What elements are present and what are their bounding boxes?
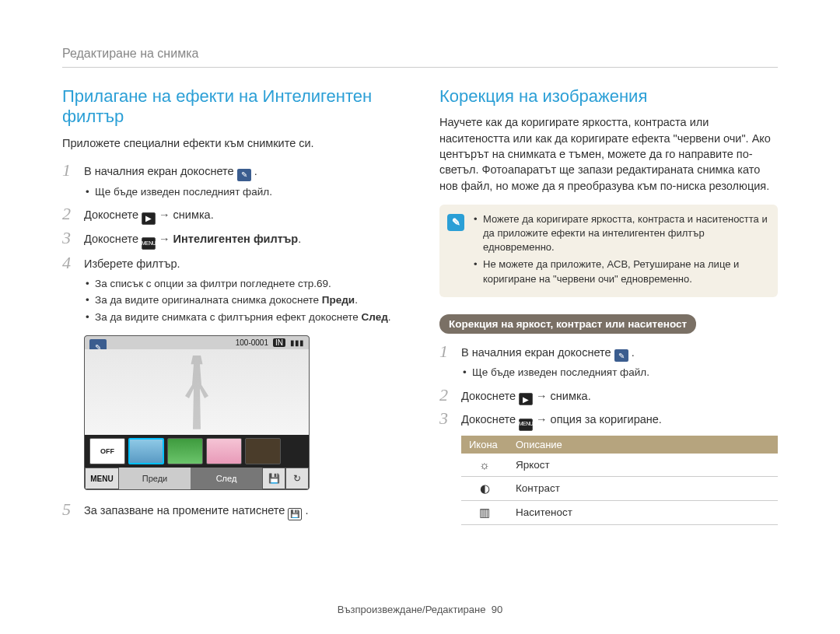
- right-intro: Научете как да коригирате яркостта, конт…: [439, 114, 778, 193]
- step-text: В началния екран докоснете: [84, 165, 237, 177]
- step-text: → снимка.: [159, 208, 214, 221]
- step-text: Изберете филтър.: [84, 257, 180, 270]
- menu-icon: MENU: [519, 419, 533, 431]
- filter-thumb[interactable]: [206, 438, 242, 464]
- filter-thumb[interactable]: [167, 438, 203, 464]
- step-text: Докоснете: [461, 390, 519, 402]
- subsection-pill: Корекция на яркост, контраст или наситен…: [439, 314, 696, 334]
- step-bold: Интелигентен филтър: [173, 233, 299, 245]
- left-step-5: 5 За запазване на промените натиснете 💾 …: [62, 501, 401, 520]
- step-bullet-text: За да видите снимката с филтърния ефект …: [95, 311, 362, 323]
- after-button[interactable]: След: [191, 468, 262, 489]
- contrast-icon: ◐: [461, 476, 508, 500]
- save-button[interactable]: 💾: [262, 468, 285, 489]
- page-number: 90: [492, 604, 502, 615]
- left-intro: Приложете специални ефекти към снимките …: [62, 135, 401, 151]
- left-column: Прилагане на ефекти на Интелигентен филт…: [62, 86, 401, 525]
- top-divider: [62, 67, 778, 68]
- play-icon: ▶: [142, 212, 156, 225]
- th-icon: Икона: [461, 436, 508, 454]
- brightness-icon: ☼: [461, 454, 508, 477]
- step-bullet: Ще бъде изведен последният файл.: [84, 184, 401, 200]
- step-number: 5: [62, 501, 76, 518]
- saturation-icon: ▥: [461, 500, 508, 524]
- camera-bottom-bar: MENU Преди След 💾 ↻: [85, 468, 309, 489]
- info-icon: ✎: [447, 214, 464, 231]
- step-text: Докоснете: [84, 233, 142, 245]
- options-table: Икона Описание ☼ Яркост ◐ Контраст ▥ Нас…: [461, 436, 778, 525]
- arrow-icon: →: [159, 233, 173, 245]
- left-title: Прилагане на ефекти на Интелигентен филт…: [62, 86, 401, 128]
- step-number: 2: [439, 387, 453, 404]
- left-step-4: 4 Изберете филтър. За списък с опции за …: [62, 254, 401, 326]
- step-text: Докоснете: [461, 413, 519, 426]
- step-text: Докоснете: [84, 208, 142, 221]
- right-step-1: 1 В началния екран докоснете ✎ . Ще бъде…: [439, 343, 778, 382]
- right-step-2: 2 Докоснете ▶ → снимка.: [439, 387, 778, 406]
- step-text: → опция за коригиране.: [536, 413, 662, 426]
- breadcrumb: Редактиране на снимка: [62, 47, 778, 61]
- step-text: В началния екран докоснете: [461, 346, 614, 359]
- table-row: ☼ Яркост: [461, 454, 778, 477]
- filter-thumb[interactable]: [245, 438, 281, 464]
- before-button[interactable]: Преди: [119, 468, 191, 489]
- step-bullet: За списък с опции за филтри погледнете с…: [84, 276, 401, 292]
- camera-status-bar: ✎ 100-0001 IN ▮▮▮: [85, 336, 309, 349]
- step-bullet-text: За да видите оригиналната снимка докосне…: [95, 294, 322, 306]
- edit-icon: ✎: [237, 169, 251, 181]
- filter-off-thumb[interactable]: OFF: [89, 438, 125, 464]
- step-number: 3: [439, 410, 453, 427]
- camera-preview: [85, 349, 309, 435]
- play-icon: ▶: [519, 393, 533, 405]
- rotate-button[interactable]: ↻: [285, 468, 309, 489]
- in-badge: IN: [273, 338, 285, 347]
- step-number: 2: [62, 205, 76, 222]
- silhouette-icon: [177, 356, 216, 429]
- filter-thumbnails: OFF: [85, 435, 309, 468]
- footer-label: Възпроизвеждане/Редактиране: [338, 604, 486, 615]
- right-step-3: 3 Докоснете MENU → опция за коригиране.: [439, 410, 778, 430]
- note-item: Не можете да приложите, ACB, Ретуширане …: [474, 257, 768, 285]
- step-bullet-bold: Преди: [322, 294, 355, 306]
- right-title: Корекция на изображения: [439, 86, 778, 107]
- left-step-3: 3 Докоснете MENU → Интелигентен филтър.: [62, 229, 401, 250]
- table-row: ◐ Контраст: [461, 476, 778, 500]
- camera-screenshot: ✎ 100-0001 IN ▮▮▮ OFF MENU Преди След: [84, 335, 310, 490]
- step-bullet: За да видите оригиналната снимка докосне…: [84, 292, 401, 308]
- step-text: → снимка.: [536, 390, 591, 402]
- step-text: За запазване на промените натиснете: [84, 504, 288, 517]
- file-counter: 100-0001: [236, 338, 268, 347]
- step-number: 1: [62, 162, 76, 179]
- right-column: Корекция на изображения Научете как да к…: [439, 86, 778, 525]
- menu-button[interactable]: MENU: [85, 468, 119, 489]
- menu-icon: MENU: [142, 237, 156, 250]
- cell-desc: Наситеност: [508, 500, 778, 524]
- table-row: ▥ Наситеност: [461, 500, 778, 524]
- step-number: 4: [62, 254, 76, 271]
- cell-desc: Яркост: [508, 454, 778, 477]
- save-icon: 💾: [288, 508, 302, 520]
- filter-thumb[interactable]: [128, 438, 164, 464]
- page-footer: Възпроизвеждане/Редактиране 90: [0, 604, 840, 615]
- step-number: 1: [439, 343, 453, 360]
- step-bullet: За да видите снимката с филтърния ефект …: [84, 310, 401, 325]
- cell-desc: Контраст: [508, 476, 778, 500]
- step-bullet-bold: След: [362, 311, 388, 323]
- left-step-2: 2 Докоснете ▶ → снимка.: [62, 205, 401, 225]
- edit-icon: ✎: [614, 349, 628, 362]
- note-box: ✎ Можете да коригирате яркостта, контрас…: [439, 205, 778, 297]
- step-number: 3: [62, 229, 76, 247]
- left-step-1: 1 В началния екран докоснете ✎ . Ще бъде…: [62, 162, 401, 201]
- step-bullet: Ще бъде изведен последният файл.: [461, 365, 778, 380]
- note-item: Можете да коригирате яркостта, контраста…: [474, 212, 768, 255]
- th-desc: Описание: [508, 436, 778, 454]
- battery-icon: ▮▮▮: [290, 338, 304, 347]
